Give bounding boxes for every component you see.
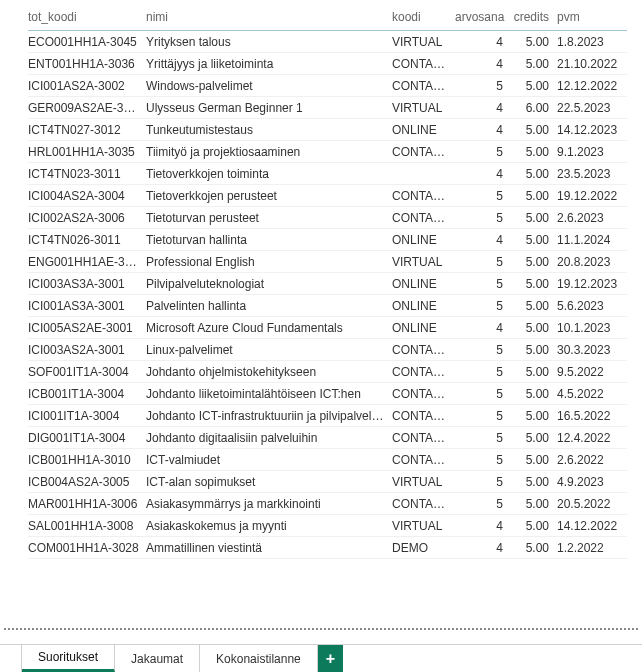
tab-add[interactable]: + [318, 645, 343, 672]
cell-nimi: Professional English [146, 251, 392, 273]
tab-jakaumat[interactable]: Jakaumat [115, 645, 200, 672]
cell-arvosana: 5 [455, 361, 511, 383]
cell-tot-koodi: SOF001IT1A-3004 [28, 361, 146, 383]
table-row[interactable]: ICB001HH1A-3010ICT-valmiudetCONTACT55.00… [28, 449, 627, 471]
tab-suoritukset[interactable]: Suoritukset [22, 645, 115, 672]
cell-koodi: CONTACT [392, 141, 455, 163]
cell-tot-koodi: ICI003AS2A-3001 [28, 339, 146, 361]
table-row[interactable]: ICT4TN026-3011Tietoturvan hallintaONLINE… [28, 229, 627, 251]
cell-arvosana: 5 [455, 251, 511, 273]
cell-arvosana: 5 [455, 273, 511, 295]
table-row[interactable]: ICI005AS2AE-3001Microsoft Azure Cloud Fu… [28, 317, 627, 339]
cell-arvosana: 5 [455, 493, 511, 515]
cell-arvosana: 4 [455, 31, 511, 53]
tab-kokonaistilanne[interactable]: Kokonaistilanne [200, 645, 318, 672]
cell-arvosana: 4 [455, 515, 511, 537]
cell-credits: 5.00 [511, 75, 557, 97]
table-row[interactable]: SOF001IT1A-3004Johdanto ohjelmistokehity… [28, 361, 627, 383]
cell-credits: 5.00 [511, 405, 557, 427]
table-row[interactable]: MAR001HH1A-3006Asiakasymmärrys ja markki… [28, 493, 627, 515]
table-row[interactable]: ICB004AS2A-3005ICT-alan sopimuksetVIRTUA… [28, 471, 627, 493]
cell-arvosana: 5 [455, 141, 511, 163]
cell-pvm: 20.5.2022 [557, 493, 627, 515]
cell-pvm: 10.1.2023 [557, 317, 627, 339]
cell-credits: 5.00 [511, 383, 557, 405]
col-koodi[interactable]: koodi [392, 6, 455, 31]
cell-arvosana: 5 [455, 383, 511, 405]
cell-nimi: Tietoturvan hallinta [146, 229, 392, 251]
cell-tot-koodi: GER009AS2AE-3001 [28, 97, 146, 119]
cell-arvosana: 4 [455, 97, 511, 119]
cell-koodi: ONLINE [392, 119, 455, 141]
table-row[interactable]: ENT001HH1A-3036Yrittäjyys ja liiketoimin… [28, 53, 627, 75]
table-row[interactable]: ECO001HH1A-3045Yrityksen talousVIRTUAL45… [28, 31, 627, 53]
col-arvosana[interactable]: arvosana [455, 6, 511, 31]
table-row[interactable]: ICI003AS2A-3001Linux-palvelimetCONTACT55… [28, 339, 627, 361]
table-row[interactable]: COM001HH1A-3028Ammatillinen viestintäDEM… [28, 537, 627, 559]
cell-pvm: 9.5.2022 [557, 361, 627, 383]
cell-credits: 5.00 [511, 493, 557, 515]
data-table: tot_koodi nimi koodi arvosana credits pv… [28, 6, 627, 559]
cell-tot-koodi: ICB004AS2A-3005 [28, 471, 146, 493]
cell-nimi: Johdanto ICT-infrastruktuuriin ja pilvip… [146, 405, 392, 427]
cell-pvm: 22.5.2023 [557, 97, 627, 119]
table-row[interactable]: ICI001AS3A-3001Palvelinten hallintaONLIN… [28, 295, 627, 317]
cell-pvm: 21.10.2022 [557, 53, 627, 75]
cell-nimi: Ulysseus German Beginner 1 [146, 97, 392, 119]
col-nimi[interactable]: nimi [146, 6, 392, 31]
cell-nimi: Linux-palvelimet [146, 339, 392, 361]
cell-pvm: 4.5.2022 [557, 383, 627, 405]
cell-credits: 5.00 [511, 207, 557, 229]
sheet-tab-bar: Suoritukset Jakaumat Kokonaistilanne + [0, 644, 642, 672]
col-tot-koodi[interactable]: tot_koodi [28, 6, 146, 31]
cell-credits: 5.00 [511, 317, 557, 339]
cell-koodi: DEMO [392, 537, 455, 559]
cell-arvosana: 4 [455, 53, 511, 75]
cell-pvm: 2.6.2022 [557, 449, 627, 471]
table-row[interactable]: GER009AS2AE-3001Ulysseus German Beginner… [28, 97, 627, 119]
cell-tot-koodi: ICI001AS3A-3001 [28, 295, 146, 317]
table-row[interactable]: ICI002AS2A-3006Tietoturvan perusteetCONT… [28, 207, 627, 229]
cell-credits: 5.00 [511, 31, 557, 53]
cell-pvm: 16.5.2022 [557, 405, 627, 427]
table-row[interactable]: SAL001HH1A-3008Asiakaskokemus ja myyntiV… [28, 515, 627, 537]
cell-tot-koodi: ICT4TN026-3011 [28, 229, 146, 251]
table-row[interactable]: ICB001IT1A-3004Johdanto liiketoimintaläh… [28, 383, 627, 405]
table-row[interactable]: ICT4TN027-3012TunkeutumistestausONLINE45… [28, 119, 627, 141]
cell-arvosana: 5 [455, 185, 511, 207]
table-row[interactable]: HRL001HH1A-3035Tiimityö ja projektiosaam… [28, 141, 627, 163]
cell-koodi: CONTACT [392, 207, 455, 229]
cell-koodi: VIRTUAL [392, 471, 455, 493]
table-row[interactable]: ICI001IT1A-3004Johdanto ICT-infrastruktu… [28, 405, 627, 427]
cell-nimi: ICT-alan sopimukset [146, 471, 392, 493]
cell-tot-koodi: HRL001HH1A-3035 [28, 141, 146, 163]
cell-arvosana: 5 [455, 75, 511, 97]
cell-credits: 5.00 [511, 53, 557, 75]
table-row[interactable]: ICI004AS2A-3004Tietoverkkojen perusteetC… [28, 185, 627, 207]
cell-arvosana: 4 [455, 119, 511, 141]
cell-credits: 5.00 [511, 141, 557, 163]
cell-koodi: CONTACT [392, 449, 455, 471]
table-header-row: tot_koodi nimi koodi arvosana credits pv… [28, 6, 627, 31]
cell-pvm: 4.9.2023 [557, 471, 627, 493]
cell-tot-koodi: ECO001HH1A-3045 [28, 31, 146, 53]
cell-koodi: CONTACT [392, 339, 455, 361]
cell-nimi: Tietoverkkojen toiminta [146, 163, 392, 185]
table-row[interactable]: ICI001AS2A-3002Windows-palvelimetCONTACT… [28, 75, 627, 97]
table-row[interactable]: DIG001IT1A-3004Johdanto digitaalisiin pa… [28, 427, 627, 449]
cell-nimi: Tunkeutumistestaus [146, 119, 392, 141]
cell-koodi: ONLINE [392, 229, 455, 251]
table-row[interactable]: ICI003AS3A-3001PilvipalveluteknologiatON… [28, 273, 627, 295]
cell-arvosana: 5 [455, 207, 511, 229]
cell-koodi: CONTACT [392, 53, 455, 75]
col-credits[interactable]: credits [511, 6, 557, 31]
cell-koodi: CONTACT [392, 75, 455, 97]
cell-credits: 5.00 [511, 537, 557, 559]
cell-credits: 5.00 [511, 449, 557, 471]
col-pvm[interactable]: pvm [557, 6, 627, 31]
table-row[interactable]: ENG001HH1AE-3059Professional EnglishVIRT… [28, 251, 627, 273]
cell-nimi: ICT-valmiudet [146, 449, 392, 471]
table-row[interactable]: ICT4TN023-3011Tietoverkkojen toiminta45.… [28, 163, 627, 185]
cell-koodi: CONTACT [392, 383, 455, 405]
cell-pvm: 12.12.2022 [557, 75, 627, 97]
